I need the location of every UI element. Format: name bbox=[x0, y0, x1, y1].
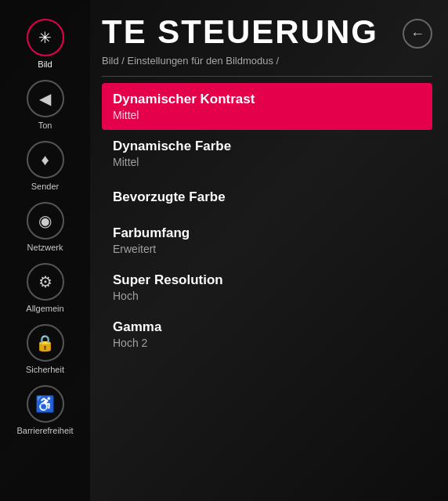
page-title: TE STEUERUNG bbox=[102, 16, 378, 49]
sidebar-item-netzwerk[interactable]: ◉Netzwerk bbox=[10, 199, 81, 255]
netzwerk-icon: ◉ bbox=[27, 202, 64, 240]
menu-item-gamma[interactable]: GammaHoch 2 bbox=[102, 311, 432, 358]
menu-item-title-dynamischer-kontrast: Dynamischer Kontrast bbox=[113, 91, 421, 108]
menu-item-value-super-resolution: Hoch bbox=[113, 289, 421, 303]
menu-item-value-gamma: Hoch 2 bbox=[113, 336, 421, 350]
menu-item-title-dynamische-farbe: Dynamische Farbe bbox=[113, 138, 421, 155]
barrierefreiheit-icon: ♿ bbox=[27, 385, 64, 423]
menu-item-dynamischer-kontrast[interactable]: Dynamischer KontrastMittel bbox=[102, 83, 432, 130]
sidebar-item-sender[interactable]: ♦Sender bbox=[10, 138, 81, 194]
sidebar-item-label-sender: Sender bbox=[31, 182, 59, 191]
bild-icon: ✳ bbox=[27, 19, 64, 56]
back-button[interactable]: ← bbox=[403, 19, 432, 49]
menu-item-bevorzugte-farbe[interactable]: Bevorzugte Farbe bbox=[102, 178, 432, 217]
ton-icon: ◀ bbox=[27, 80, 64, 117]
sidebar-item-label-allgemein: Allgemein bbox=[26, 304, 63, 313]
sidebar-item-label-ton: Ton bbox=[38, 121, 52, 130]
menu-item-value-dynamischer-kontrast: Mittel bbox=[113, 108, 421, 122]
menu-item-super-resolution[interactable]: Super ResolutionHoch bbox=[102, 264, 432, 311]
sicherheit-icon: 🔒 bbox=[27, 324, 64, 362]
allgemein-icon: ⚙ bbox=[27, 263, 64, 301]
sidebar-item-label-sicherheit: Sicherheit bbox=[26, 365, 64, 374]
menu-list: Dynamischer KontrastMittelDynamische Far… bbox=[102, 83, 432, 359]
sidebar-item-label-barrierefreiheit: Barrierefreiheit bbox=[16, 426, 73, 435]
sidebar-item-label-netzwerk: Netzwerk bbox=[27, 243, 63, 252]
menu-item-farbumfang[interactable]: FarbumfangErweitert bbox=[102, 217, 432, 264]
sidebar-item-sicherheit[interactable]: 🔒Sicherheit bbox=[10, 321, 81, 377]
menu-item-dynamische-farbe[interactable]: Dynamische FarbeMittel bbox=[102, 130, 432, 177]
menu-item-title-super-resolution: Super Resolution bbox=[113, 272, 421, 289]
menu-item-title-farbumfang: Farbumfang bbox=[113, 225, 421, 242]
menu-item-value-dynamische-farbe: Mittel bbox=[113, 155, 421, 169]
sidebar-item-bild[interactable]: ✳Bild bbox=[10, 16, 81, 72]
page-header: TE STEUERUNG ← bbox=[102, 16, 432, 49]
sidebar: ✳Bild◀Ton♦Sender◉Netzwerk⚙Allgemein🔒Sich… bbox=[0, 0, 90, 501]
sidebar-item-barrierefreiheit[interactable]: ♿Barrierefreiheit bbox=[10, 382, 81, 438]
sidebar-item-ton[interactable]: ◀Ton bbox=[10, 77, 81, 133]
sender-icon: ♦ bbox=[27, 141, 64, 178]
sidebar-item-allgemein[interactable]: ⚙Allgemein bbox=[10, 260, 81, 316]
divider bbox=[102, 76, 432, 77]
breadcrumb: Bild / Einstellungen für den Bildmodus / bbox=[102, 55, 432, 67]
sidebar-item-label-bild: Bild bbox=[38, 59, 52, 69]
main-content: TE STEUERUNG ← Bild / Einstellungen für … bbox=[90, 0, 448, 501]
menu-item-value-farbumfang: Erweitert bbox=[113, 242, 421, 256]
menu-item-title-bevorzugte-farbe: Bevorzugte Farbe bbox=[113, 186, 421, 209]
menu-item-title-gamma: Gamma bbox=[113, 319, 421, 336]
